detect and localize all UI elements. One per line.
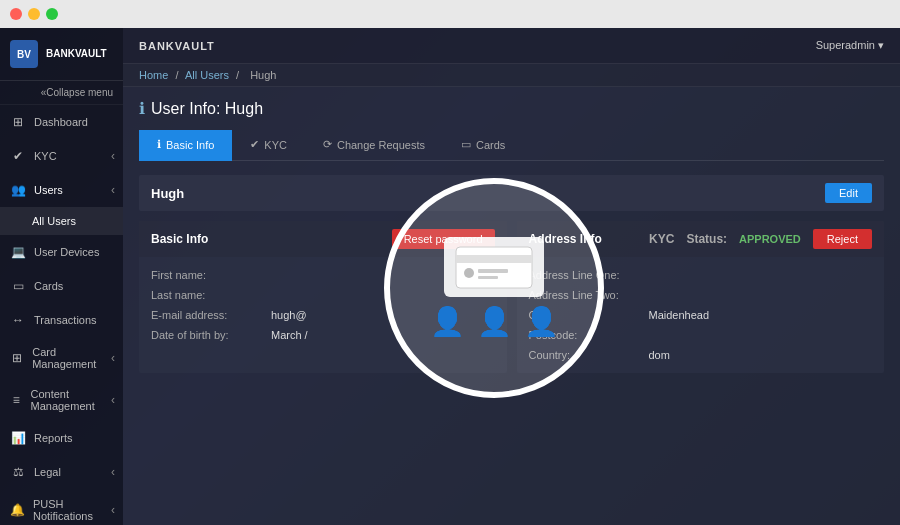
sidebar-logo: BV BANKVAULT	[0, 28, 123, 81]
topbar-title: BANKVAULT	[139, 40, 215, 52]
breadcrumb-all-users[interactable]: All Users	[185, 69, 229, 81]
logo-icon: BV	[10, 40, 38, 68]
svg-rect-4	[478, 276, 498, 279]
overlay-content: 👤 👤 👤	[430, 237, 559, 338]
sidebar-item-label: PUSH Notifications	[33, 498, 113, 522]
sidebar-item-reports[interactable]: 📊 Reports	[0, 421, 123, 455]
people-icons-row: 👤 👤 👤	[430, 305, 559, 338]
user-name: Hugh	[151, 186, 184, 201]
content-mgmt-icon: ≡	[10, 392, 22, 408]
sidebar-item-content-management[interactable]: ≡ Content Management	[0, 379, 123, 421]
sidebar-item-label: Dashboard	[34, 116, 88, 128]
cards-icon: ▭	[10, 278, 26, 294]
svg-rect-1	[456, 255, 532, 263]
sidebar-item-label: Reports	[34, 432, 73, 444]
breadcrumb-home[interactable]: Home	[139, 69, 168, 81]
sidebar-item-label: Cards	[34, 280, 63, 292]
person-icon-1: 👤	[430, 305, 465, 338]
sidebar-item-users[interactable]: 👥 Users	[0, 173, 123, 207]
reports-icon: 📊	[10, 430, 26, 446]
kyc-icon: ✔	[10, 148, 26, 164]
collapse-menu-button[interactable]: «Collapse menu	[0, 81, 123, 105]
sidebar: BV BANKVAULT «Collapse menu ⊞ Dashboard …	[0, 28, 123, 525]
reject-button[interactable]: Reject	[813, 229, 872, 249]
title-bar	[0, 0, 900, 28]
notifications-icon: 🔔	[10, 502, 25, 518]
sidebar-item-card-management[interactable]: ⊞ Card Management	[0, 337, 123, 379]
svg-rect-3	[478, 269, 508, 273]
maximize-button[interactable]	[46, 8, 58, 20]
sidebar-item-push-notifications[interactable]: 🔔 PUSH Notifications	[0, 489, 123, 525]
tab-basic-info[interactable]: ℹ Basic Info	[139, 130, 232, 161]
sidebar-item-label: Transactions	[34, 314, 97, 326]
svg-point-2	[464, 268, 474, 278]
sidebar-item-label: KYC	[34, 150, 57, 162]
change-requests-icon: ⟳	[323, 138, 332, 151]
sidebar-item-kyc[interactable]: ✔ KYC	[0, 139, 123, 173]
tab-kyc[interactable]: ✔ KYC	[232, 130, 305, 161]
kyc-label: KYC	[649, 232, 674, 246]
tab-change-requests[interactable]: ⟳ Change Requests	[305, 130, 443, 161]
sidebar-item-transactions[interactable]: ↔ Transactions	[0, 303, 123, 337]
sidebar-item-user-devices[interactable]: 💻 User Devices	[0, 235, 123, 269]
topbar: BANKVAULT Superadmin ▾	[123, 28, 900, 64]
person-icon-3: 👤	[524, 305, 559, 338]
basic-info-icon: ℹ	[157, 138, 161, 151]
sidebar-item-dashboard[interactable]: ⊞ Dashboard	[0, 105, 123, 139]
basic-info-title: Basic Info	[151, 232, 208, 246]
sidebar-item-all-users[interactable]: All Users	[0, 207, 123, 235]
page-title: ℹ User Info: Hugh	[139, 99, 884, 118]
close-button[interactable]	[10, 8, 22, 20]
card-svg	[454, 245, 534, 290]
card-mgmt-icon: ⊞	[10, 350, 24, 366]
sidebar-item-label: User Devices	[34, 246, 99, 258]
minimize-button[interactable]	[28, 8, 40, 20]
legal-icon: ⚖	[10, 464, 26, 480]
status-label: Status:	[686, 232, 727, 246]
info-icon: ℹ	[139, 99, 145, 118]
sidebar-item-label: Content Management	[30, 388, 113, 412]
dashboard-icon: ⊞	[10, 114, 26, 130]
edit-button[interactable]: Edit	[825, 183, 872, 203]
sidebar-item-cards[interactable]: ▭ Cards	[0, 269, 123, 303]
sidebar-sub-label: All Users	[32, 215, 76, 227]
card-graphic	[444, 237, 544, 297]
breadcrumb: Home / All Users / Hugh	[123, 64, 900, 87]
tabs-container: ℹ Basic Info ✔ KYC ⟳ Change Requests ▭ C…	[139, 130, 884, 161]
person-icon-2: 👤	[477, 305, 512, 338]
breadcrumb-current: Hugh	[250, 69, 276, 81]
kyc-tab-icon: ✔	[250, 138, 259, 151]
sidebar-item-label: Users	[34, 184, 63, 196]
app-container: BV BANKVAULT «Collapse menu ⊞ Dashboard …	[0, 28, 900, 525]
kyc-overlay-circle: 👤 👤 👤	[384, 178, 604, 398]
users-icon: 👥	[10, 182, 26, 198]
sidebar-item-label: Card Management	[32, 346, 113, 370]
logo-text: BANKVAULT	[46, 48, 107, 60]
devices-icon: 💻	[10, 244, 26, 260]
approved-badge: APPROVED	[739, 233, 801, 245]
transactions-icon: ↔	[10, 312, 26, 328]
sidebar-item-legal[interactable]: ⚖ Legal	[0, 455, 123, 489]
tab-cards[interactable]: ▭ Cards	[443, 130, 523, 161]
cards-tab-icon: ▭	[461, 138, 471, 151]
topbar-user[interactable]: Superadmin ▾	[816, 39, 884, 52]
sidebar-item-label: Legal	[34, 466, 61, 478]
page-title-text: User Info: Hugh	[151, 100, 263, 118]
svg-rect-0	[456, 247, 532, 288]
